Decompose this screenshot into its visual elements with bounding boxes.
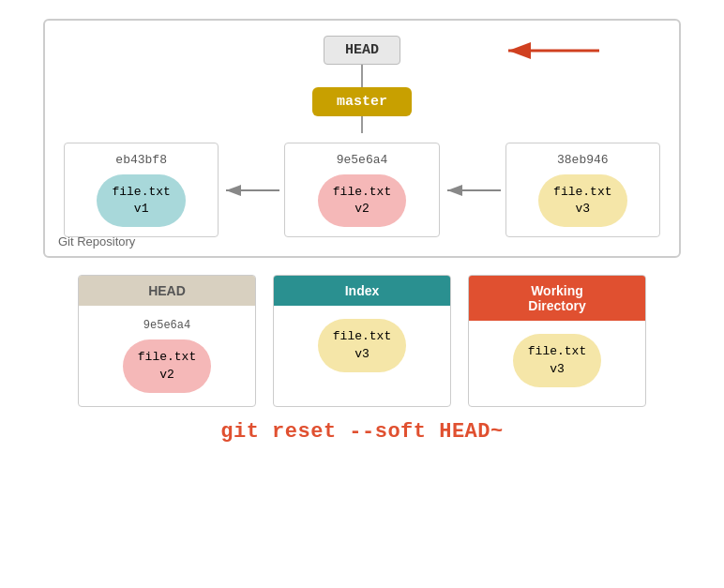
- repo-label: Git Repository: [58, 234, 135, 249]
- master-box: master: [312, 87, 412, 116]
- arrow-0-1: [219, 179, 284, 202]
- state-block-head: HEAD 9e5e6a4 file.txtv2: [78, 275, 256, 406]
- state-header-workdir: WorkingDirectory: [469, 276, 645, 321]
- bottom-section: HEAD 9e5e6a4 file.txtv2 Index file.txtv3…: [43, 275, 681, 406]
- vline-head-master: [361, 65, 363, 87]
- arrow-1-2: [440, 179, 505, 202]
- state-blob-index: file.txtv3: [318, 319, 406, 371]
- state-hash-head: 9e5e6a4: [143, 319, 190, 332]
- commit-hash-1: 9e5e6a4: [337, 153, 388, 167]
- repo-section: HEAD master eb43bf8 file.txtv1: [43, 19, 681, 258]
- commit-block-1: 9e5e6a4 file.txtv2: [284, 143, 439, 237]
- head-row: HEAD: [64, 36, 660, 65]
- file-blob-0: file.txtv1: [97, 174, 185, 227]
- file-blob-1: file.txtv2: [318, 174, 406, 227]
- head-box: HEAD: [324, 36, 400, 65]
- commits-row: eb43bf8 file.txtv1 9e5e6a4 file.txtv2: [64, 143, 660, 237]
- state-header-head: HEAD: [79, 276, 255, 306]
- file-blob-2: file.txtv3: [538, 174, 626, 227]
- state-body-workdir: file.txtv3: [469, 321, 645, 400]
- commit-hash-2: 38eb946: [557, 153, 609, 167]
- state-body-index: file.txtv3: [274, 306, 450, 384]
- state-body-head: 9e5e6a4 file.txtv2: [79, 306, 255, 405]
- vline-master-commit: [361, 116, 363, 133]
- red-arrow: [501, 39, 604, 62]
- state-blob-head: file.txtv2: [123, 339, 211, 392]
- master-row: master: [64, 87, 660, 116]
- commit-block-0: eb43bf8 file.txtv1: [64, 143, 219, 237]
- commit-hash-0: eb43bf8: [115, 153, 167, 167]
- state-block-workdir: WorkingDirectory file.txtv3: [468, 275, 646, 406]
- state-blob-workdir: file.txtv3: [513, 334, 601, 386]
- commit-block-2: 38eb946 file.txtv3: [505, 143, 660, 237]
- state-header-index: Index: [274, 276, 450, 306]
- state-block-index: Index file.txtv3: [273, 275, 451, 406]
- reset-command: git reset --soft HEAD~: [220, 420, 503, 444]
